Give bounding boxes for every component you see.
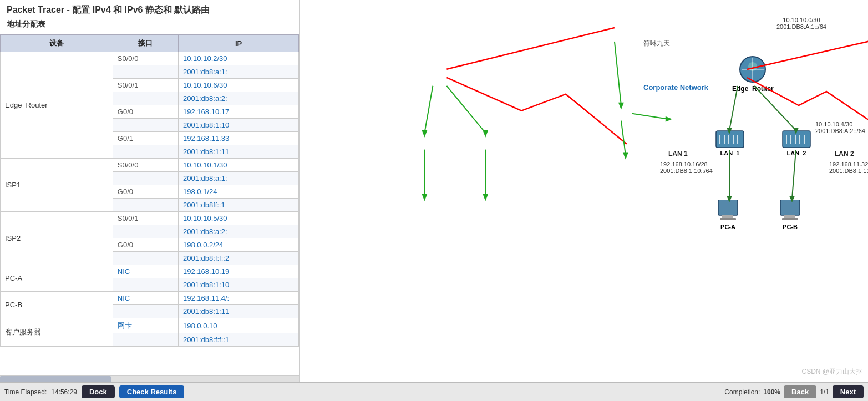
pcb-label: PC-B xyxy=(778,224,803,230)
iface-cell: S0/0/0 xyxy=(113,159,178,172)
svg-marker-8 xyxy=(483,194,488,201)
svg-line-57 xyxy=(754,86,796,130)
lan1-label: LAN_1 xyxy=(715,150,744,156)
ip-cell: 2001:db8ff::1 xyxy=(179,199,299,212)
svg-marker-10 xyxy=(618,103,624,110)
device-cell: PC-B xyxy=(1,292,113,318)
network-diagram: 符啉九天 Corporate Network 10.10.10.0/302001… xyxy=(300,0,868,382)
ip-cell: 192.168.11.4/: xyxy=(179,292,299,305)
scrollbar-thumb[interactable] xyxy=(0,376,111,382)
corporate-network-label: Corporate Network xyxy=(643,83,708,92)
svg-marker-2 xyxy=(422,130,427,138)
edge-router-label: Edge_Router xyxy=(732,85,774,93)
ip-cell: 2001:db8:a:1: xyxy=(179,65,299,79)
connection-lines xyxy=(300,0,868,382)
lan2-switch-node: LAN_2 xyxy=(782,130,811,156)
page-indicator: 1/1 xyxy=(820,388,829,396)
ip-isp2-edge: 10.10.10.4/302001:DB8:A:2::/64 xyxy=(815,121,865,134)
ip-cell: 10.10.10.5/30 xyxy=(179,212,299,225)
watermark: CSDN @亚力山大抠 xyxy=(801,367,862,377)
ip-cell: 198.0.0.10 xyxy=(179,318,299,333)
iface-cell xyxy=(113,172,178,185)
lan2-ip-label: 192.168.11.32/272001:DB8:1:11::/64 xyxy=(829,161,868,174)
iface-cell xyxy=(113,119,178,132)
horizontal-scrollbar[interactable] xyxy=(0,375,299,382)
device-cell: 客户服务器 xyxy=(1,318,113,347)
iface-cell: NIC xyxy=(113,265,178,278)
svg-line-9 xyxy=(615,42,621,105)
iface-cell xyxy=(113,145,178,159)
left-header: Packet Tracer - 配置 IPv4 和 IPv6 静态和 默认路由 … xyxy=(0,0,299,34)
svg-rect-49 xyxy=(722,215,733,218)
back-button[interactable]: Back xyxy=(784,385,816,398)
ip-cell: 2001:db8:a:1: xyxy=(179,172,299,185)
check-results-button[interactable]: Check Results xyxy=(119,385,185,398)
ip-cell: 192.168.10.17 xyxy=(179,105,299,119)
svg-rect-50 xyxy=(720,218,736,220)
svg-marker-12 xyxy=(623,153,628,160)
table-row: ISP2 S0/0/1 10.10.10.5/30 xyxy=(1,212,299,225)
ip-cell: 2001:db8:1:11 xyxy=(179,305,299,318)
svg-marker-4 xyxy=(483,130,488,138)
col-iface: 接口 xyxy=(113,35,178,52)
iface-cell: S0/0/0 xyxy=(113,52,178,65)
lan2-label: LAN_2 xyxy=(782,150,811,156)
lan1-switch-node: LAN_1 xyxy=(715,130,744,156)
table-row: PC-A NIC 192.168.10.19 xyxy=(1,265,299,278)
svg-line-3 xyxy=(446,86,485,133)
svg-line-1 xyxy=(424,86,433,133)
svg-rect-53 xyxy=(782,218,798,220)
device-cell: PC-A xyxy=(1,265,113,292)
svg-rect-52 xyxy=(784,215,795,218)
ip-cell: 2001:db8:1:10 xyxy=(179,119,299,132)
time-elapsed-value: 14:56:29 xyxy=(51,388,77,396)
iface-cell xyxy=(113,252,178,265)
iface-cell: S0/0/1 xyxy=(113,212,178,225)
bottom-left: Time Elapsed: 14:56:29 xyxy=(4,388,77,396)
device-cell: ISP2 xyxy=(1,212,113,265)
iface-cell: G0/1 xyxy=(113,132,178,145)
completion-value: 100% xyxy=(763,388,780,396)
table-row: 客户服务器 网卡 198.0.0.10 xyxy=(1,318,299,333)
iface-cell: G0/0 xyxy=(113,185,178,199)
iface-cell: S0/0/1 xyxy=(113,79,178,92)
svg-marker-6 xyxy=(422,194,427,201)
ip-cell: 2001:db8:a:2: xyxy=(179,225,299,238)
bottom-bar: Time Elapsed: 14:56:29 Dock Check Result… xyxy=(0,382,868,401)
ip-isp1-edge: 10.10.10.0/302001:DB8:A:1::/64 xyxy=(776,17,826,30)
address-table: 设备 接口 IP Edge_Router S0/0/0 10.10.10.2/3… xyxy=(0,34,299,347)
device-cell: ISP1 xyxy=(1,159,113,212)
bottom-right: Completion: 100% Back 1/1 Next xyxy=(724,385,864,398)
ip-cell: 2001:db8:1:11 xyxy=(179,145,299,159)
svg-line-13 xyxy=(632,114,668,119)
ip-cell: 10.10.10.6/30 xyxy=(179,79,299,92)
table-row: PC-B NIC 192.168.11.4/: xyxy=(1,292,299,305)
iface-cell xyxy=(113,65,178,79)
table-subtitle: 地址分配表 xyxy=(7,19,292,29)
ip-cell: 10.10.10.2/30 xyxy=(179,52,299,65)
iface-cell xyxy=(113,225,178,238)
page-title: Packet Tracer - 配置 IPv4 和 IPv6 静态和 默认路由 xyxy=(7,4,292,16)
pca-label: PC-A xyxy=(715,224,740,230)
lan1-section-label: LAN 1 xyxy=(668,150,688,158)
address-table-container[interactable]: 设备 接口 IP Edge_Router S0/0/0 10.10.10.2/3… xyxy=(0,34,299,375)
iface-cell xyxy=(113,305,178,318)
next-button[interactable]: Next xyxy=(833,385,864,398)
svg-line-0 xyxy=(446,28,615,69)
table-row: ISP1 S0/0/0 10.10.10.1/30 xyxy=(1,159,299,172)
svg-line-11 xyxy=(621,121,626,155)
dock-button[interactable]: Dock xyxy=(82,385,115,398)
table-row: Edge_Router S0/0/0 10.10.10.2/30 xyxy=(1,52,299,65)
ip-cell: 198.0.1/24 xyxy=(179,185,299,199)
col-ip: IP xyxy=(179,35,299,52)
iface-cell: NIC xyxy=(113,292,178,305)
pcb-node: PC-B xyxy=(778,200,803,230)
device-cell: Edge_Router xyxy=(1,52,113,159)
svg-line-55 xyxy=(729,86,738,130)
iface-cell: G0/0 xyxy=(113,238,178,252)
iface-cell xyxy=(113,92,178,105)
ip-cell: 2001:db8:f:f::1 xyxy=(179,333,299,347)
ip-cell: 2001:db8:a:2: xyxy=(179,92,299,105)
svg-rect-48 xyxy=(718,200,738,215)
pca-node: PC-A xyxy=(715,200,740,230)
